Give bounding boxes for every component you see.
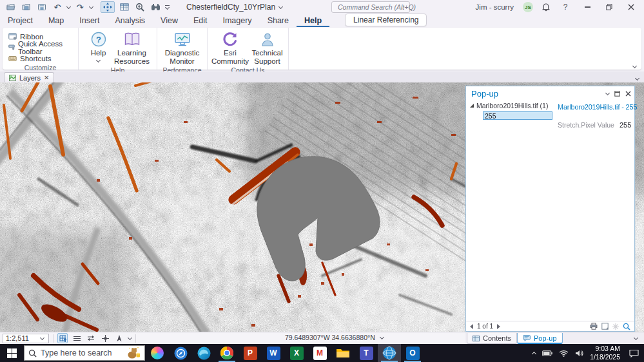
tab-insert[interactable]: Insert [72,15,107,27]
taskbar-gmail-button[interactable]: M [308,344,331,362]
redo-button[interactable]: ↷ [74,1,86,13]
dock-tab-popup-label: Pop-up [534,334,556,342]
next-record-icon[interactable] [497,324,500,329]
north-arrow-button[interactable] [114,333,124,343]
print-icon[interactable] [590,323,598,330]
help-button[interactable]: ? Help [85,30,112,62]
export-image-icon[interactable] [601,323,609,330]
taskbar-chrome-button[interactable] [215,344,239,362]
project-title: ChesterfieldCty_10YrPlan [186,3,275,12]
view-tab-layers[interactable]: Layers ✕ [4,72,54,82]
qat-overflow-button[interactable] [165,5,170,9]
view-tabs-chevron-icon[interactable] [635,76,639,81]
scale-input[interactable] [6,334,38,342]
taskbar-word-button[interactable]: W [262,344,285,362]
attribute-table-button[interactable] [119,1,130,13]
popup-dock-icon[interactable] [614,91,620,97]
crosshair-button[interactable] [100,333,110,343]
zoom-to-feature-icon[interactable] [623,323,630,330]
taskbar-search-box[interactable]: Type here to search [24,345,145,361]
command-search-placeholder: Command Search (Alt+Q) [338,3,416,11]
scale-chevron-icon [40,335,44,339]
tab-project[interactable]: Project [0,15,41,27]
contents-icon [473,336,480,341]
start-button[interactable] [0,344,23,362]
table-icon [120,3,129,11]
auto-open-icon[interactable] [612,323,619,330]
arcgis-pro-window: ↶ ↷ ChesterfieldCty_10YrPlan [0,0,644,362]
tab-analysis[interactable]: Analysis [108,15,153,27]
explore-tool-button[interactable] [101,1,115,13]
collapse-ribbon-chevron-icon[interactable] [632,64,637,68]
popup-close-icon[interactable] [625,91,631,97]
taskbar-outlook-button[interactable]: O [401,344,424,362]
battery-icon[interactable] [542,350,552,356]
taskbar-clock[interactable]: 9:03 AM 1/18/2025 [590,345,620,361]
close-button[interactable] [625,2,638,12]
tab-imagery[interactable]: Imagery [215,15,259,27]
list-button[interactable] [72,333,82,343]
esri-community-button[interactable]: Esri Community [211,30,249,66]
tab-linear-referencing[interactable]: Linear Referencing [345,14,427,26]
coordinates-readout[interactable]: 79.6489307°W 34.6636880°N [285,334,384,341]
convert-units-button[interactable] [86,333,96,343]
avatar-initials: JS [525,5,531,10]
quick-access-toolbar-label: Quick Access Toolbar [18,40,72,55]
tray-overflow-chevron-icon[interactable] [532,352,536,356]
quick-access-toolbar-button[interactable]: Quick Access Toolbar [6,43,74,52]
tab-view[interactable]: View [153,15,186,27]
taskbar-teams-button[interactable]: T [355,344,378,362]
view-tab-close-icon[interactable]: ✕ [44,75,49,81]
user-avatar[interactable]: JS [523,2,533,12]
snapping-toggle-button[interactable] [57,333,68,343]
project-title-combo[interactable]: ChesterfieldCty_10YrPlan [186,3,282,12]
volume-icon[interactable] [575,350,583,357]
ribbon-group-contact-us: Esri Community Technical Support Contact… [208,28,289,70]
dock-tab-contents[interactable]: Contents [467,333,517,344]
wifi-icon[interactable] [559,350,569,357]
scale-combo[interactable] [3,334,49,343]
north-arrow-chevron-icon[interactable] [128,335,132,339]
popup-tree-layer-item[interactable]: Marlboro2019Hills.tif (1) [470,102,552,110]
technical-support-button[interactable]: Technical Support [250,30,284,66]
clock-time: 9:03 AM [590,345,620,353]
taskbar-arcgis-button[interactable] [378,344,401,362]
zoom-tool-button[interactable] [134,1,146,13]
undo-dropdown-chevron-icon[interactable] [66,4,71,8]
restore-button[interactable] [603,2,616,12]
taskbar-explorer-button[interactable] [331,344,355,362]
taskbar-edge-button[interactable] [192,344,215,362]
tab-share[interactable]: Share [260,15,297,27]
open-project-button[interactable] [5,1,17,13]
tab-help[interactable]: Help [297,15,329,27]
dock-tab-popup[interactable]: Pop-up [517,333,562,344]
redo-dropdown-chevron-icon[interactable] [89,4,93,8]
tab-edit[interactable]: Edit [186,15,215,27]
powerpoint-icon: P [244,347,257,360]
snap-grid-icon [59,335,66,342]
chrome-icon [220,346,234,360]
tab-map[interactable]: Map [41,15,72,27]
previous-record-icon[interactable] [470,324,473,329]
save-as-button[interactable] [36,1,48,13]
command-search-box[interactable]: Command Search (Alt+Q) [331,1,410,13]
taskbar-compass-button[interactable] [169,344,192,362]
learning-resources-button[interactable]: Learning Resources [113,30,151,66]
taskbar-copilot-button[interactable] [146,344,169,362]
dock-tabs-chevron-icon[interactable] [634,336,638,340]
popup-menu-chevron-icon[interactable] [605,90,610,95]
save-project-button[interactable] [21,1,32,13]
notifications-button[interactable] [542,3,550,12]
popup-tree-value-item[interactable]: 255 [483,111,552,120]
diagnostic-monitor-button[interactable]: Diagnostic Monitor [162,30,203,66]
shortcuts-button[interactable]: Shortcuts [6,53,74,63]
taskbar-powerpoint-button[interactable]: P [239,344,262,362]
app-help-button[interactable]: ? [559,2,572,12]
action-center-icon[interactable] [629,349,639,357]
tree-expander-icon[interactable] [470,104,474,108]
minimize-button[interactable] [581,2,594,12]
taskbar-excel-button[interactable]: X [285,344,308,362]
undo-button[interactable]: ↶ [52,1,63,13]
view-tab-label: Layers [19,74,41,82]
locate-button[interactable] [150,1,161,13]
